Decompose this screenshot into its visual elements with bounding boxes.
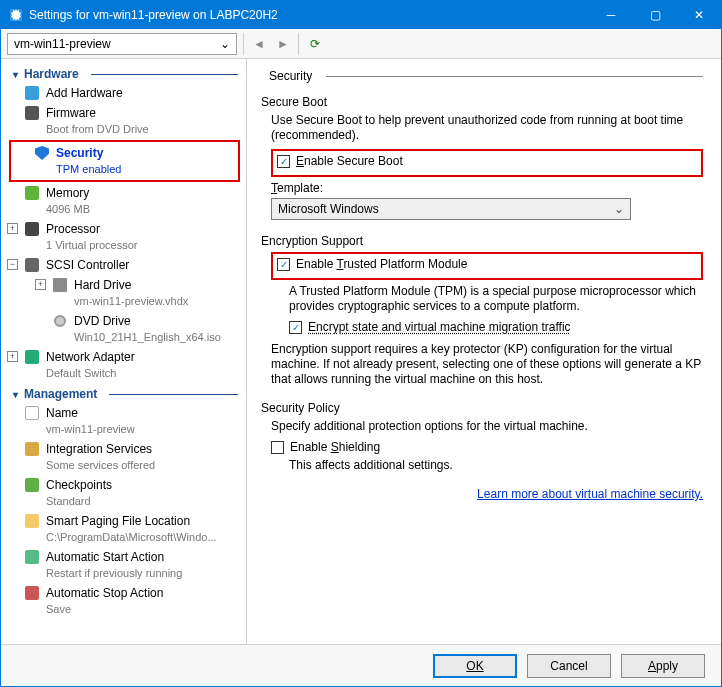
- sidebar-item-processor[interactable]: + Processor 1 Virtual processor: [1, 219, 246, 255]
- template-dropdown[interactable]: Microsoft Windows ⌄: [271, 198, 631, 220]
- sidebar-item-autostop[interactable]: Automatic Stop Action Save: [1, 583, 246, 619]
- close-button[interactable]: ✕: [677, 1, 721, 29]
- chevron-down-icon: ⌄: [220, 37, 230, 51]
- sidebar-item-dvd-drive[interactable]: DVD Drive Win10_21H1_English_x64.iso: [1, 311, 246, 347]
- footer: OK Cancel Apply: [1, 644, 721, 686]
- sidebar-item-autostart[interactable]: Automatic Start Action Restart if previo…: [1, 547, 246, 583]
- hard-drive-icon: [52, 277, 68, 293]
- start-action-icon: [24, 549, 40, 565]
- minimize-button[interactable]: ─: [589, 1, 633, 29]
- checkbox-icon: ✓: [277, 258, 290, 271]
- enable-shielding-checkbox[interactable]: ✓ Enable Shielding: [271, 440, 703, 454]
- encrypt-migration-checkbox[interactable]: ✓ Encrypt state and virtual machine migr…: [289, 320, 703, 334]
- tpm-desc: A Trusted Platform Module (TPM) is a spe…: [271, 284, 703, 314]
- collapse-icon: ▾: [13, 389, 18, 400]
- toolbar: vm-win11-preview ⌄ ◄ ► ⟳: [1, 29, 721, 59]
- cancel-button[interactable]: Cancel: [527, 654, 611, 678]
- sidebar: ▾ Hardware Add Hardware Firmware Boot fr…: [1, 59, 247, 644]
- collapse-icon[interactable]: −: [7, 259, 18, 270]
- template-value: Microsoft Windows: [278, 202, 379, 216]
- sidebar-item-checkpoints[interactable]: Checkpoints Standard: [1, 475, 246, 511]
- collapse-icon: ▾: [13, 69, 18, 80]
- encryption-group: Encryption Support ✓ Enable Trusted Plat…: [261, 234, 703, 387]
- shielding-desc: This affects additional settings.: [271, 458, 703, 473]
- add-hardware-icon: [24, 85, 40, 101]
- shield-icon: [34, 145, 50, 161]
- titlebar: Settings for vm-win11-preview on LABPC20…: [1, 1, 721, 29]
- checkbox-icon: ✓: [277, 155, 290, 168]
- sidebar-item-firmware[interactable]: Firmware Boot from DVD Drive: [1, 103, 246, 139]
- memory-icon: [24, 185, 40, 201]
- folder-icon: [24, 513, 40, 529]
- checkpoint-icon: [24, 477, 40, 493]
- vm-selector-dropdown[interactable]: vm-win11-preview ⌄: [7, 33, 237, 55]
- sidebar-item-integration[interactable]: Integration Services Some services offer…: [1, 439, 246, 475]
- expand-icon[interactable]: +: [7, 223, 18, 234]
- expand-icon[interactable]: +: [7, 351, 18, 362]
- ok-button[interactable]: OK: [433, 654, 517, 678]
- policy-heading: Security Policy: [261, 401, 703, 415]
- apply-button[interactable]: Apply: [621, 654, 705, 678]
- sidebar-item-add-hardware[interactable]: Add Hardware: [1, 83, 246, 103]
- nav-back-button[interactable]: ◄: [250, 35, 268, 53]
- settings-icon: [9, 8, 23, 22]
- enable-secure-boot-checkbox[interactable]: ✓ Enable Secure Boot: [277, 154, 697, 168]
- integration-icon: [24, 441, 40, 457]
- template-label: Template:: [271, 181, 703, 195]
- sidebar-item-name[interactable]: Name vm-win11-preview: [1, 403, 246, 439]
- hardware-section-header[interactable]: ▾ Hardware: [1, 63, 246, 83]
- security-highlight: Security TPM enabled: [9, 140, 240, 182]
- maximize-button[interactable]: ▢: [633, 1, 677, 29]
- expand-icon[interactable]: +: [35, 279, 46, 290]
- management-section-header[interactable]: ▾ Management: [1, 383, 246, 403]
- policy-group: Security Policy Specify additional prote…: [261, 401, 703, 473]
- pane-header: Security: [261, 69, 703, 83]
- scsi-icon: [24, 257, 40, 273]
- policy-desc: Specify additional protection options fo…: [271, 419, 703, 434]
- network-icon: [24, 349, 40, 365]
- name-icon: [24, 405, 40, 421]
- kp-desc: Encryption support requires a key protec…: [271, 342, 703, 387]
- sidebar-item-memory[interactable]: Memory 4096 MB: [1, 183, 246, 219]
- checkbox-icon: ✓: [289, 321, 302, 334]
- encrypt-migration-label: Encrypt state and virtual machine migrat…: [308, 320, 571, 334]
- enable-tpm-checkbox[interactable]: ✓ Enable Trusted Platform Module: [277, 257, 697, 271]
- enable-shielding-label: Enable Shielding: [290, 440, 380, 454]
- sidebar-item-paging[interactable]: Smart Paging File Location C:\ProgramDat…: [1, 511, 246, 547]
- processor-icon: [24, 221, 40, 237]
- refresh-button[interactable]: ⟳: [305, 34, 325, 54]
- window-title: Settings for vm-win11-preview on LABPC20…: [29, 8, 589, 22]
- tpm-highlight: ✓ Enable Trusted Platform Module: [271, 252, 703, 280]
- checkbox-icon: ✓: [271, 441, 284, 454]
- enable-secure-boot-label: nable Secure Boot: [304, 154, 403, 168]
- sidebar-item-security[interactable]: Security TPM enabled: [11, 143, 238, 179]
- pane-title: Security: [269, 69, 312, 83]
- secure-boot-highlight: ✓ Enable Secure Boot: [271, 149, 703, 177]
- enable-tpm-label: Enable Trusted Platform Module: [296, 257, 467, 271]
- sidebar-item-network[interactable]: + Network Adapter Default Switch: [1, 347, 246, 383]
- dvd-icon: [52, 313, 68, 329]
- vm-selector-value: vm-win11-preview: [14, 37, 111, 51]
- secure-boot-group: Secure Boot Use Secure Boot to help prev…: [261, 95, 703, 220]
- encryption-heading: Encryption Support: [261, 234, 703, 248]
- sidebar-item-hard-drive[interactable]: + Hard Drive vm-win11-preview.vhdx: [1, 275, 246, 311]
- secure-boot-desc: Use Secure Boot to help prevent unauthor…: [271, 113, 703, 143]
- nav-forward-button[interactable]: ►: [274, 35, 292, 53]
- firmware-icon: [24, 105, 40, 121]
- sidebar-item-scsi[interactable]: − SCSI Controller: [1, 255, 246, 275]
- stop-action-icon: [24, 585, 40, 601]
- settings-pane: Security Secure Boot Use Secure Boot to …: [247, 59, 721, 644]
- secure-boot-heading: Secure Boot: [261, 95, 703, 109]
- learn-more-link[interactable]: Learn more about virtual machine securit…: [477, 487, 703, 501]
- chevron-down-icon: ⌄: [614, 202, 624, 216]
